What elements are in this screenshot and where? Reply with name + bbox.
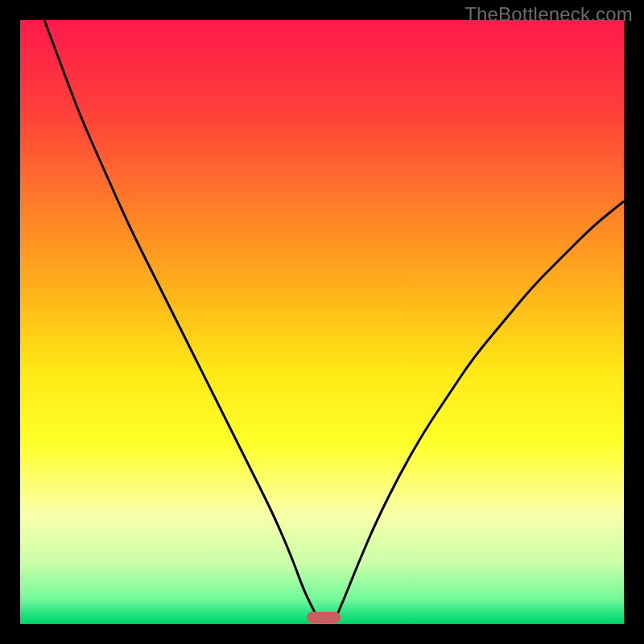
watermark-text: TheBottleneck.com [464, 3, 633, 26]
right-curve [337, 201, 624, 615]
bottom-marker [307, 612, 340, 623]
chart-area [20, 20, 624, 624]
curves-layer [20, 20, 624, 624]
left-curve [44, 20, 316, 615]
